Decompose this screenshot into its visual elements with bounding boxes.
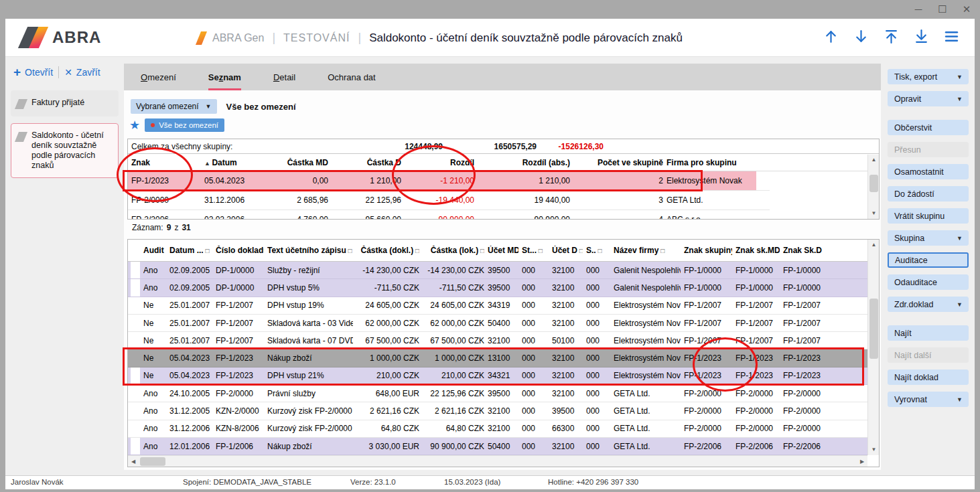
column-header: Znak sk.MD □: [736, 246, 780, 255]
journal-row[interactable]: Ano 31.12.2006 KZN-8/2006 Kurzový zisk F…: [128, 420, 879, 438]
action-button[interactable]: Vyrovnat▼: [888, 392, 969, 407]
actions-panel: Tisk, export▼ Opravit▼ Občerstvit▼ Přesu…: [881, 57, 975, 475]
column-header: ▲ Částka D: [332, 158, 401, 167]
open-window-item[interactable]: Saldokonto - účetní deník souvztažně pod…: [11, 123, 119, 178]
journal-row[interactable]: Ano 12.01.2006 FP-1/2006 Nákup zboží 3 0…: [128, 438, 879, 455]
groups-grid: Celkem za všechny skupiny: 124448,99 165…: [127, 139, 880, 220]
action-button[interactable]: Skupina▼: [888, 230, 969, 246]
column-header: Částka (dokl.) □: [356, 246, 419, 255]
row-gutter: [131, 402, 140, 419]
open-button[interactable]: + Otevřít: [13, 67, 53, 78]
move-top-icon[interactable]: [883, 28, 900, 45]
plus-icon: +: [13, 68, 21, 77]
action-button[interactable]: Auditace▼: [888, 252, 969, 268]
scroll-up-icon[interactable]: ▲: [868, 240, 880, 250]
action-button[interactable]: Vrátit skupinu▼: [888, 208, 969, 224]
action-button[interactable]: Najít doklad▼: [888, 370, 969, 385]
column-header: Datum ... □: [169, 246, 212, 255]
group-row[interactable]: FP-2/2006 02.02.2006 4 760,00 95 660,00 …: [128, 210, 770, 219]
tab[interactable]: Seznam: [208, 64, 241, 90]
tab[interactable]: Detail: [273, 64, 295, 90]
page-title: Saldokonto - účetní deník souvztažně pod…: [369, 31, 683, 45]
action-button[interactable]: Osamostatnit▼: [888, 164, 969, 179]
scrollbar-thumb[interactable]: [869, 299, 878, 359]
action-button[interactable]: Opravit▼: [888, 91, 969, 106]
x-icon: ✕: [64, 67, 72, 78]
open-window-item[interactable]: Faktury přijaté: [11, 90, 119, 116]
row-gutter: [131, 332, 140, 349]
row-gutter: [131, 315, 140, 331]
groups-grid-header[interactable]: ▲ Znak▲ Datum▲ Částka MD▲ Částka D▲ Rozd…: [128, 154, 879, 171]
group-row[interactable]: FP-1/2023 05.04.2023 0,00 1 210,00 -1 21…: [128, 171, 770, 191]
selected-restriction-dropdown[interactable]: Vybrané omezení▼: [131, 99, 217, 114]
scroll-right-icon[interactable]: ▶: [857, 456, 867, 467]
tab[interactable]: Ochrana dat: [328, 64, 376, 90]
chevron-down-icon: ▼: [957, 74, 963, 80]
scroll-up-icon[interactable]: ▲: [868, 155, 880, 165]
row-gutter: [131, 349, 140, 366]
journal-grid: Audit □Datum ... □Číslo dokladu □Text úč…: [127, 239, 880, 467]
action-button[interactable]: Do žádostí▼: [888, 186, 969, 201]
action-button[interactable]: Odauditace▼: [888, 274, 969, 290]
scroll-down-icon[interactable]: ▼: [868, 444, 880, 455]
groups-summary-row: Celkem za všechny skupiny: 124448,99 165…: [128, 139, 879, 154]
action-button[interactable]: Přesun▼: [888, 142, 969, 157]
favorite-star-icon[interactable]: ★: [129, 119, 140, 131]
journal-row[interactable]: Ano 24.10.2005 FP-2/0000 Právní služby 6…: [128, 385, 879, 402]
row-gutter: [131, 262, 140, 278]
close-window-button[interactable]: ✕ Zavřít: [64, 67, 100, 78]
summary-amount-d: 1650575,29: [443, 142, 537, 151]
column-header: ▲ Datum: [204, 158, 255, 167]
action-button[interactable]: Najít▼: [888, 325, 969, 341]
column-header: ▲ Rozdíl: [405, 158, 474, 167]
action-button[interactable]: Občerstvit▼: [888, 120, 969, 135]
window-titlebar: ─ ☐ ✕: [0, 0, 980, 19]
divider: |: [358, 31, 361, 45]
move-up-icon[interactable]: [823, 28, 839, 45]
journal-grid-header[interactable]: Audit □Datum ... □Číslo dokladu □Text úč…: [128, 240, 879, 262]
row-gutter: [131, 385, 140, 402]
action-button[interactable]: Tisk, export▼: [888, 69, 969, 84]
action-button[interactable]: Najít další▼: [888, 347, 969, 363]
scroll-left-icon[interactable]: ◀: [128, 456, 139, 467]
maximize-icon[interactable]: ☐: [936, 3, 949, 16]
action-button[interactable]: Zdr.doklad▼: [888, 297, 969, 312]
group-row[interactable]: FP-2/0000 31.12.2006 2 685,96 22 125,96 …: [128, 191, 770, 210]
current-restriction-value: Vše bez omezení: [226, 102, 296, 112]
column-header: Znak skupiny □: [684, 246, 732, 255]
open-windows-panel: + Otevřít ✕ Zavřít Faktury přijaté Saldo…: [5, 57, 124, 475]
restriction-chip[interactable]: Vše bez omezení: [145, 118, 224, 132]
move-bottom-icon[interactable]: [913, 28, 930, 45]
status-connection: Spojení: DEMODATA_JAVA_STABLE: [183, 478, 311, 486]
menu-icon[interactable]: [943, 28, 960, 45]
column-header: ▲ Rozdíl (abs.): [478, 158, 570, 167]
journal-vscrollbar[interactable]: ▲ ▼: [867, 240, 879, 455]
journal-hscrollbar[interactable]: ◀ ▶: [128, 455, 867, 467]
column-header: ▲ Částka MD: [259, 158, 328, 167]
tab[interactable]: Omezení: [141, 64, 176, 90]
scrollbar-thumb[interactable]: [869, 175, 878, 192]
window-item-icon: [15, 99, 27, 109]
column-header: Znak Sk.D □: [783, 246, 823, 255]
journal-row[interactable]: Ano 02.09.2005 DP-1/0000 DPH vstup 5% -7…: [128, 279, 879, 297]
journal-row[interactable]: Ano 31.12.2005 KZN-2/0000 Kurzový zisk F…: [128, 402, 879, 420]
close-icon[interactable]: ✕: [960, 3, 973, 16]
journal-row[interactable]: Ne 25.01.2007 FP-1/2007 DPH vstup 19% 24…: [128, 297, 879, 315]
groups-scrollbar[interactable]: ▲ ▼: [867, 155, 879, 219]
scrollbar-thumb[interactable]: [140, 457, 165, 466]
app-body: + Otevřít ✕ Zavřít Faktury přijaté Saldo…: [5, 57, 975, 475]
journal-row[interactable]: Ne 05.04.2023 FP-1/2023 DPH vstup 21% 21…: [128, 367, 879, 385]
journal-row[interactable]: Ne 25.01.2007 FP-1/2007 Skladová karta -…: [128, 315, 879, 332]
journal-row[interactable]: Ne 05.04.2023 FP-1/2023 Nákup zboží 1 00…: [128, 349, 879, 367]
minimize-icon[interactable]: ─: [912, 3, 925, 16]
column-header: S.. □: [586, 246, 610, 255]
move-down-icon[interactable]: [853, 28, 869, 45]
status-bar: Jaroslav Novák Spojení: DEMODATA_JAVA_ST…: [5, 475, 975, 489]
journal-row[interactable]: Ne 25.01.2007 FP-1/2007 Skladová karta -…: [128, 332, 879, 349]
app-header: ABRA ABRA Gen | TESTOVÁNÍ | Saldokonto -…: [5, 19, 975, 57]
scroll-down-icon[interactable]: ▼: [868, 208, 880, 219]
main-area: OmezeníSeznamDetailOchrana dat Vybrané o…: [124, 57, 881, 475]
journal-row[interactable]: Ano 02.09.2005 DP-1/0000 Služby - režijn…: [128, 262, 879, 279]
column-header: ▲ Počet ve skupině: [573, 158, 663, 167]
divider: [58, 66, 59, 78]
